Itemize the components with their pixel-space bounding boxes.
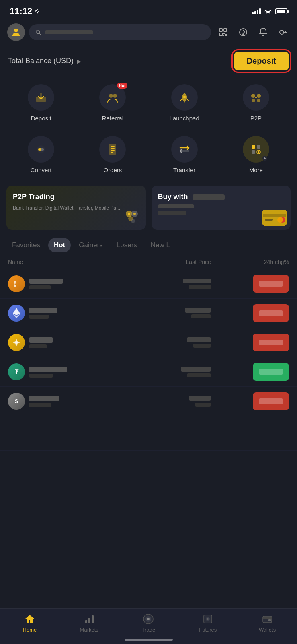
coin-text bbox=[29, 367, 67, 378]
buy-card-icon bbox=[262, 210, 287, 226]
coin-info: S bbox=[8, 393, 117, 410]
hot-badge: Hot bbox=[117, 83, 128, 89]
tab-losers[interactable]: Losers bbox=[111, 238, 143, 252]
p2p-card-title: P2P Trading bbox=[13, 193, 139, 201]
coin-name-blur bbox=[29, 396, 59, 401]
price-col bbox=[117, 367, 211, 377]
home-icon bbox=[24, 613, 35, 625]
p2p-card-subtitle: Bank Transfer, Digital Wallet Transfer, … bbox=[13, 204, 139, 212]
status-bar: 11:12 bbox=[0, 0, 297, 20]
support-icon[interactable] bbox=[237, 26, 250, 39]
balance-label: Total Balance (USD) ▶ bbox=[8, 57, 81, 65]
orders-label: Orders bbox=[103, 167, 122, 173]
coin-logo: ₿ bbox=[8, 275, 25, 292]
tab-favorites[interactable]: Favorites bbox=[6, 238, 46, 252]
status-time: 11:12 bbox=[10, 6, 40, 17]
p2p-trading-card[interactable]: P2P Trading Bank Transfer, Digital Walle… bbox=[6, 186, 146, 230]
action-p2p[interactable]: P2P bbox=[221, 80, 291, 126]
svg-point-33 bbox=[128, 213, 130, 215]
svg-point-39 bbox=[277, 217, 283, 223]
action-more[interactable]: More bbox=[221, 132, 291, 178]
svg-point-32 bbox=[131, 219, 135, 223]
svg-rect-1 bbox=[219, 29, 222, 31]
actions-grid-row1: Deposit Hot Referral Launchpad bbox=[0, 76, 297, 128]
table-row[interactable] bbox=[0, 328, 297, 357]
notification-icon[interactable] bbox=[257, 26, 270, 39]
coin-logo: ₮ bbox=[8, 363, 25, 380]
col-name: Name bbox=[8, 259, 117, 265]
change-badge-green bbox=[253, 363, 289, 381]
price-blur bbox=[187, 337, 211, 342]
price-blur bbox=[189, 396, 211, 401]
action-launchpad[interactable]: Launchpad bbox=[150, 80, 219, 126]
nav-markets[interactable]: Markets bbox=[59, 613, 119, 633]
orders-circle bbox=[99, 136, 126, 163]
nav-home[interactable]: Home bbox=[0, 613, 59, 633]
change-col bbox=[211, 392, 289, 410]
svg-point-5 bbox=[243, 34, 244, 35]
p2p-label: P2P bbox=[250, 115, 262, 122]
svg-rect-44 bbox=[92, 615, 94, 623]
change-col bbox=[211, 334, 289, 351]
svg-point-34 bbox=[133, 213, 136, 215]
coin-text bbox=[29, 308, 57, 319]
svg-rect-26 bbox=[252, 150, 255, 154]
action-convert[interactable]: Convert bbox=[6, 132, 76, 178]
nav-wallets[interactable]: Wallets bbox=[238, 613, 297, 633]
battery-icon bbox=[275, 8, 287, 14]
tab-new[interactable]: New L bbox=[145, 238, 176, 252]
deposit-button[interactable]: Deposit bbox=[234, 52, 289, 70]
svg-rect-37 bbox=[265, 219, 273, 221]
price-blur bbox=[183, 279, 211, 283]
action-deposit[interactable]: Deposit bbox=[6, 80, 76, 126]
referral-circle: Hot bbox=[99, 84, 126, 111]
price-blur bbox=[185, 308, 211, 313]
launchpad-circle bbox=[171, 84, 198, 111]
trade-icon bbox=[143, 613, 154, 625]
action-referral[interactable]: Hot Referral bbox=[78, 80, 147, 126]
svg-rect-3 bbox=[219, 33, 222, 36]
nav-futures[interactable]: Futures bbox=[178, 613, 238, 633]
buy-with-card[interactable]: Buy with bbox=[152, 186, 291, 230]
price-sub-blur bbox=[191, 314, 211, 318]
nav-trade[interactable]: Trade bbox=[119, 613, 178, 633]
scan-icon[interactable] bbox=[217, 26, 229, 39]
deposit-circle bbox=[28, 84, 54, 111]
balance-arrow-icon[interactable]: ▶ bbox=[77, 58, 81, 64]
key-icon[interactable] bbox=[277, 26, 290, 39]
coin-text bbox=[29, 279, 63, 289]
svg-point-6 bbox=[280, 30, 284, 34]
table-row[interactable]: ₿ bbox=[0, 269, 297, 299]
action-orders[interactable]: Orders bbox=[78, 132, 147, 178]
market-table: ₿ bbox=[0, 269, 297, 451]
coin-sub-blur bbox=[29, 403, 51, 407]
search-bar[interactable] bbox=[29, 24, 211, 40]
buy-card-blur2 bbox=[158, 211, 186, 215]
more-circle bbox=[243, 136, 269, 163]
market-tabs: Favorites Hot Gainers Losers New L bbox=[0, 235, 297, 255]
price-col bbox=[117, 396, 211, 407]
price-sub-blur bbox=[187, 373, 211, 377]
nav-trade-label: Trade bbox=[142, 627, 155, 633]
table-row[interactable]: S bbox=[0, 387, 297, 451]
header-icons bbox=[217, 26, 290, 39]
balance-section: Total Balance (USD) ▶ Deposit bbox=[0, 44, 297, 76]
p2p-card-icon bbox=[122, 206, 142, 226]
svg-rect-41 bbox=[15, 341, 18, 344]
price-col bbox=[117, 308, 211, 318]
tab-gainers[interactable]: Gainers bbox=[73, 238, 109, 252]
price-col bbox=[117, 279, 211, 289]
futures-icon bbox=[202, 613, 213, 625]
action-transfer[interactable]: Transfer bbox=[150, 132, 219, 178]
tab-hot[interactable]: Hot bbox=[48, 238, 71, 252]
price-blur bbox=[181, 367, 211, 372]
coin-sub-blur bbox=[29, 285, 51, 289]
table-row[interactable] bbox=[0, 299, 297, 328]
price-col bbox=[117, 337, 211, 348]
avatar[interactable] bbox=[7, 23, 25, 41]
deposit-label: Deposit bbox=[31, 115, 51, 122]
coin-name-blur bbox=[29, 367, 67, 372]
buy-card-title: Buy with bbox=[158, 193, 285, 201]
table-row[interactable]: ₮ bbox=[0, 357, 297, 387]
p2p-circle bbox=[243, 84, 269, 111]
